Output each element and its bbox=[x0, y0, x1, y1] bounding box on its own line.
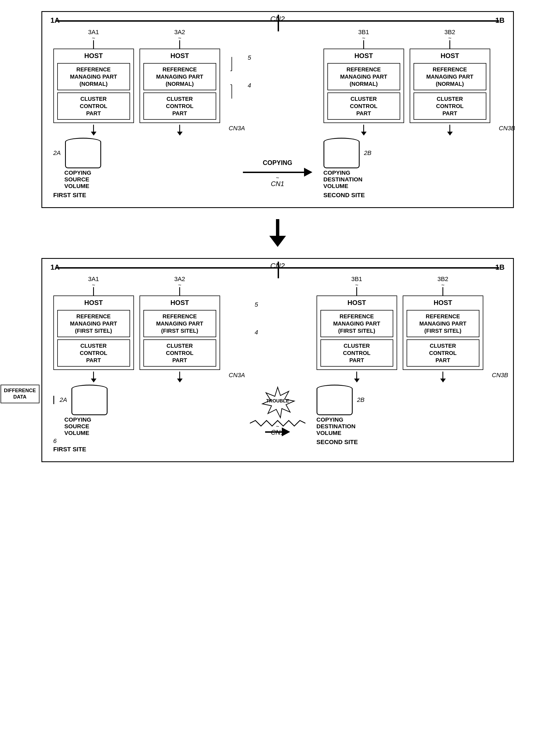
d1-volB-id: 2B bbox=[364, 149, 372, 157]
d2-host1-title: HOST bbox=[57, 299, 130, 306]
d1-hostB1-cluster-text: CLUSTER CONTROL PART bbox=[350, 95, 377, 117]
d2-cylB-top-half bbox=[316, 389, 353, 393]
d2-host2-ref-text: REFERENCE MANAGING PART (FIRST SITEL) bbox=[156, 313, 204, 334]
d2-first-site-label: FIRST SITE bbox=[53, 446, 86, 453]
d1-host2-box: HOST REFERENCE MANAGING PART (NORMAL) CL… bbox=[139, 49, 220, 123]
d2-vol-row: DIFFERENCE DATA 2A bbox=[51, 385, 239, 415]
d2-connB2-col: 3B2 ~ bbox=[403, 276, 483, 295]
d1-arrows-cn3a: CN3A bbox=[51, 125, 232, 136]
diagram2-cn2-label: CN2 bbox=[270, 262, 285, 270]
d2-hostB2-cluster-text: CLUSTER CONTROL PART bbox=[429, 342, 457, 364]
diagram1-outer-box: 1A 1B CN2 3A1 ~ 3A2 ~ bbox=[41, 11, 514, 208]
d2-conn1-col: 3A1 ~ bbox=[53, 276, 134, 295]
diagram2-bus-label-right: 1B bbox=[495, 263, 504, 272]
d1-hostB2-cluster-text: CLUSTER CONTROL PART bbox=[436, 95, 464, 117]
d1-vol-id: 2A bbox=[53, 149, 61, 157]
d1-hostB2-cluster: CLUSTER CONTROL PART bbox=[414, 93, 486, 120]
d2-connB1-col: 3B1 ~ bbox=[316, 276, 397, 295]
d2-hostB2-title: HOST bbox=[407, 299, 479, 306]
transition-arrow bbox=[269, 219, 286, 247]
d2-hostB2-ref: REFERENCE MANAGING PART (FIRST SITEL) bbox=[407, 310, 479, 337]
d1-cn3b-label: CN3B bbox=[499, 125, 515, 132]
d2-vol-label-wrap: COPYING SOURCE VOLUME bbox=[51, 416, 239, 436]
diagram1-first-site: 3A1 ~ 3A2 ~ HOST bbox=[51, 29, 232, 199]
svg-text:TROUBLE: TROUBLE bbox=[266, 398, 289, 404]
d1-hostB1-ref-text: REFERENCE MANAGING PART (NORMAL) bbox=[340, 66, 387, 88]
d2-hostB1-ref-text: REFERENCE MANAGING PART (FIRST SITEL) bbox=[333, 313, 380, 334]
d1-copy-line bbox=[243, 172, 304, 173]
d1-connB1-tilde: ~ bbox=[362, 36, 366, 40]
d1-volB-label-wrap: COPYING DESTINATION VOLUME bbox=[324, 170, 505, 189]
d1-connB1-vline bbox=[363, 40, 364, 49]
diagram1-cn2-label: CN2 bbox=[270, 15, 285, 23]
d2-volB-label-wrap: COPYING DESTINATION VOLUME bbox=[316, 416, 505, 436]
d1-conn-row-right: 3B1 ~ 3B2 ~ bbox=[324, 29, 505, 49]
d2-host2-cluster-text: CLUSTER CONTROL PART bbox=[166, 342, 194, 364]
d2-conn2-vline bbox=[179, 287, 180, 295]
d2-conn1-vline bbox=[93, 287, 94, 295]
d1-hostB1-box: HOST REFERENCE MANAGING PART (NORMAL) CL… bbox=[324, 49, 404, 123]
d2-connB1-tilde: ~ bbox=[355, 283, 358, 287]
d2-diff-id-wrap: 6 bbox=[51, 437, 239, 445]
d2-second-site-label: SECOND SITE bbox=[316, 438, 358, 445]
d1-site-label: FIRST SITE bbox=[51, 192, 232, 199]
d1-hostB2-title: HOST bbox=[414, 52, 486, 60]
d2-host2-box: HOST REFERENCE MANAGING PART (FIRST SITE… bbox=[139, 295, 220, 370]
d2-volB-label: COPYING DESTINATION VOLUME bbox=[316, 416, 356, 436]
d1-host1-title: HOST bbox=[57, 52, 130, 60]
d1-host2-cluster-text: CLUSTER CONTROL PART bbox=[166, 95, 194, 117]
d2-volB-row: 2B bbox=[316, 385, 505, 415]
d1-cyl-body bbox=[65, 146, 101, 168]
d2-arr1 bbox=[53, 372, 134, 382]
d2-two-hosts: HOST REFERENCE MANAGING PART (FIRST SITE… bbox=[51, 295, 239, 370]
d2-volB-id: 2B bbox=[357, 396, 365, 404]
d2-conn-row-right: 3B1 ~ 3B2 ~ bbox=[316, 276, 505, 295]
d2-conn2-tilde: ~ bbox=[178, 283, 181, 287]
d1-host1-cluster-text: CLUSTER CONTROL PART bbox=[80, 95, 107, 117]
diagram1-sites-row: 3A1 ~ 3A2 ~ HOST bbox=[51, 29, 505, 199]
d2-diff-text: DIFFERENCE DATA bbox=[4, 388, 36, 400]
d1-connB1-col: 3B1 ~ bbox=[324, 29, 404, 49]
d1-copy-label: COPYING bbox=[263, 159, 292, 167]
d2-hostB1-cluster: CLUSTER CONTROL PART bbox=[321, 339, 393, 367]
d2-arrB2: CN3B bbox=[403, 372, 483, 382]
d2-host2-cluster: CLUSTER CONTROL PART bbox=[143, 339, 216, 367]
d2-conn1-tilde: ~ bbox=[92, 283, 95, 287]
d2-conn2-col: 3A2 ~ bbox=[139, 276, 220, 295]
d2-hostB1-box: HOST REFERENCE MANAGING PART (FIRST SITE… bbox=[316, 295, 397, 370]
diagram2-bus-bar: 1A 1B CN2 bbox=[51, 265, 505, 273]
d2-host1-ref: REFERENCE MANAGING PART (FIRST SITEL) bbox=[57, 310, 130, 337]
d2-conn-row-left: 3A1 ~ 3A2 ~ bbox=[51, 276, 239, 295]
d1-two-hosts: HOST REFERENCE MANAGING PART (NORMAL) CL… bbox=[51, 49, 232, 123]
d2-hostB2-ref-text: REFERENCE MANAGING PART (FIRST SITEL) bbox=[419, 313, 467, 334]
d1-arrB1 bbox=[324, 125, 404, 136]
d2-hostB1-cluster-text: CLUSTER CONTROL PART bbox=[343, 342, 371, 364]
d2-center-area: ~ CN1 TROUBLE bbox=[250, 276, 305, 453]
d1-conn2-col: 3A2 ~ bbox=[139, 29, 220, 49]
d2-site-label-wrap: FIRST SITE bbox=[51, 446, 239, 453]
d1-host2-ref: REFERENCE MANAGING PART (NORMAL) bbox=[143, 63, 216, 90]
d2-connB1-vline bbox=[356, 287, 357, 295]
d2-diff-id: 6 bbox=[53, 437, 57, 444]
d2-cn1-area: ~ CN1 bbox=[271, 424, 284, 436]
d1-hostB2-ref-text: REFERENCE MANAGING PART (NORMAL) bbox=[426, 66, 474, 88]
d1-connB2-tilde: ~ bbox=[448, 36, 452, 40]
d2-cylB-body bbox=[316, 393, 353, 415]
d2-cylinder bbox=[72, 385, 108, 415]
d1-cyl-top-half bbox=[65, 142, 101, 146]
d2-cn1-label: CN1 bbox=[271, 429, 284, 436]
diagram1-bus-label-right: 1B bbox=[495, 16, 504, 25]
d2-arrows-cn3a: CN3A bbox=[51, 372, 239, 382]
d2-hostB1-ref: REFERENCE MANAGING PART (FIRST SITEL) bbox=[321, 310, 393, 337]
d1-host1-ref: REFERENCE MANAGING PART (NORMAL) bbox=[57, 63, 130, 90]
d1-vol-label-wrap: COPYING SOURCE VOLUME bbox=[51, 170, 232, 189]
d1-host1-cluster: CLUSTER CONTROL PART bbox=[57, 93, 130, 120]
d1-volB-label: COPYING DESTINATION VOLUME bbox=[324, 170, 363, 189]
d2-trouble-svg: TROUBLE bbox=[258, 386, 297, 419]
d1-hostB1-title: HOST bbox=[327, 52, 400, 60]
d2-cylinderB bbox=[316, 385, 353, 415]
d2-cn1-tilde: ~ bbox=[276, 424, 279, 429]
d1-arrows-cn3b: CN3B bbox=[324, 125, 505, 136]
d1-hostB2-box: HOST REFERENCE MANAGING PART (NORMAL) CL… bbox=[410, 49, 490, 123]
d1-volB-row: 2B bbox=[324, 138, 505, 168]
